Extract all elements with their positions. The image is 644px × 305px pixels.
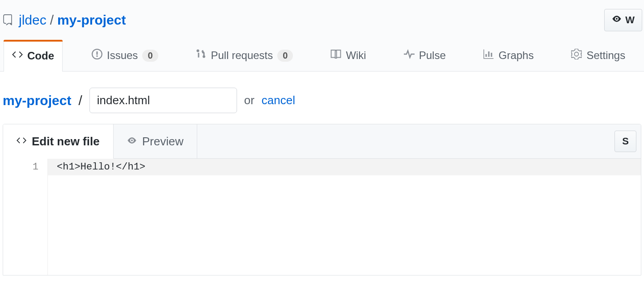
editor-settings-button[interactable]: S [614, 131, 636, 152]
editor-toolbar-right: S [614, 124, 641, 158]
tab-label: Issues [107, 49, 138, 62]
editor-tab-label: Preview [142, 135, 183, 148]
eye-icon [127, 135, 137, 148]
code-editor[interactable]: 1 <h1>Hello!</h1> [3, 159, 641, 275]
line-gutter: 1 [3, 159, 48, 275]
file-path-row: my-project / or cancel [0, 72, 644, 124]
tab-label: Wiki [346, 49, 366, 62]
editor-box: Edit new file Preview S 1 <h1>Hello!</h1… [3, 124, 641, 275]
path-separator: / [78, 93, 82, 108]
tab-wiki[interactable]: Wiki [322, 40, 374, 71]
repo-link[interactable]: my-project [57, 13, 126, 28]
tab-label: Pull requests [211, 49, 273, 62]
gear-icon [571, 49, 582, 62]
pull-request-icon [196, 49, 207, 62]
graph-icon [483, 49, 494, 62]
path-repo-link[interactable]: my-project [3, 93, 71, 108]
or-text: or [244, 93, 254, 107]
tab-label: Code [27, 50, 54, 62]
watch-label: W [625, 14, 635, 26]
filename-input[interactable] [89, 88, 237, 113]
editor-tab-label: Edit new file [32, 135, 100, 148]
code-line[interactable]: <h1>Hello!</h1> [48, 159, 641, 175]
owner-link[interactable]: jldec [19, 13, 47, 28]
editor-tabs: Edit new file Preview S [3, 124, 641, 159]
tab-label: Pulse [419, 49, 446, 62]
code-lines[interactable]: <h1>Hello!</h1> [48, 159, 641, 275]
breadcrumb: jldec / my-project [2, 13, 126, 28]
tab-code[interactable]: Code [4, 41, 63, 72]
code-icon [17, 135, 26, 148]
issue-icon [92, 49, 102, 62]
breadcrumb-separator: / [50, 13, 54, 28]
tab-label: Settings [586, 49, 625, 62]
tab-pull-requests[interactable]: Pull requests 0 [187, 40, 302, 71]
watch-button[interactable]: W [604, 9, 642, 31]
tab-pulse[interactable]: Pulse [395, 40, 454, 71]
repo-nav: Code Issues 0 Pull requests 0 Wiki [0, 40, 644, 72]
cancel-link[interactable]: cancel [262, 93, 295, 107]
editor-tab-preview[interactable]: Preview [114, 124, 197, 158]
repo-icon [2, 14, 13, 26]
tab-graphs[interactable]: Graphs [475, 40, 542, 71]
tab-settings[interactable]: Settings [563, 40, 634, 71]
tab-label: Graphs [499, 49, 534, 62]
editor-tab-edit[interactable]: Edit new file [3, 124, 114, 159]
line-number: 1 [3, 161, 38, 173]
book-icon [330, 49, 341, 62]
eye-icon [612, 14, 622, 26]
repo-header: jldec / my-project W [0, 0, 644, 40]
issues-count: 0 [142, 50, 158, 62]
pull-requests-count: 0 [277, 50, 293, 62]
code-icon [12, 49, 23, 63]
pulse-icon [404, 49, 415, 62]
tab-issues[interactable]: Issues 0 [83, 40, 167, 71]
